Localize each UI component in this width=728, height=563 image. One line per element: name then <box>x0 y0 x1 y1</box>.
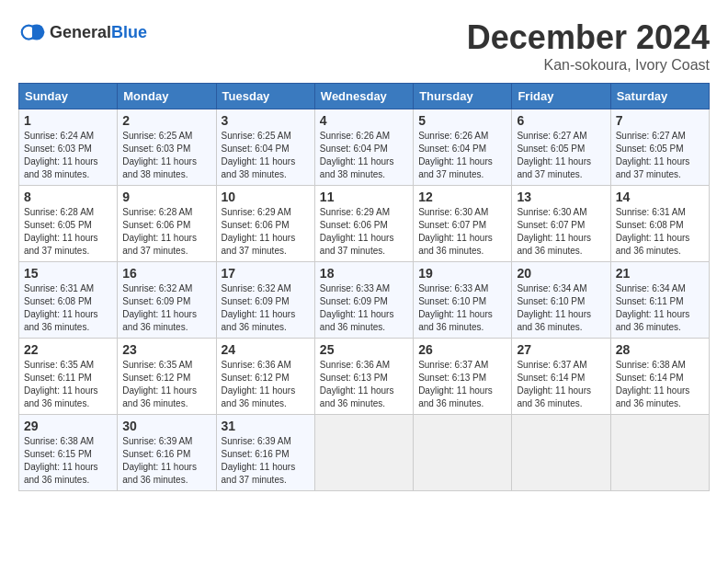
day-number: 15 <box>24 266 112 281</box>
day-info: Sunrise: 6:39 AMSunset: 6:16 PMDaylight:… <box>122 435 210 487</box>
day-header-saturday: Saturday <box>610 84 709 109</box>
calendar-cell: 21Sunrise: 6:34 AMSunset: 6:11 PMDayligh… <box>610 262 709 339</box>
logo-text-area: GeneralBlue <box>50 23 147 42</box>
day-number: 4 <box>320 113 408 128</box>
day-header-tuesday: Tuesday <box>216 84 314 109</box>
day-number: 11 <box>320 190 408 204</box>
calendar-cell: 24Sunrise: 6:36 AMSunset: 6:12 PMDayligh… <box>216 339 314 415</box>
day-info: Sunrise: 6:31 AMSunset: 6:08 PMDaylight:… <box>24 282 112 334</box>
day-info: Sunrise: 6:31 AMSunset: 6:08 PMDaylight:… <box>616 206 704 258</box>
calendar-cell: 18Sunrise: 6:33 AMSunset: 6:09 PMDayligh… <box>314 262 413 339</box>
day-info: Sunrise: 6:29 AMSunset: 6:06 PMDaylight:… <box>320 206 408 258</box>
day-header-sunday: Sunday <box>19 84 118 109</box>
day-number: 24 <box>222 342 310 357</box>
day-info: Sunrise: 6:26 AMSunset: 6:04 PMDaylight:… <box>320 130 408 181</box>
day-number: 28 <box>616 342 704 357</box>
day-info: Sunrise: 6:28 AMSunset: 6:06 PMDaylight:… <box>122 206 210 258</box>
day-info: Sunrise: 6:28 AMSunset: 6:05 PMDaylight:… <box>24 206 112 258</box>
logo-blue: Blue <box>111 23 147 41</box>
calendar-cell: 13Sunrise: 6:30 AMSunset: 6:07 PMDayligh… <box>512 186 610 262</box>
logo-icon <box>18 18 46 46</box>
day-number: 14 <box>616 190 704 204</box>
day-number: 3 <box>222 113 310 128</box>
calendar-cell: 2Sunrise: 6:25 AMSunset: 6:03 PMDaylight… <box>118 109 216 186</box>
day-info: Sunrise: 6:36 AMSunset: 6:12 PMDaylight:… <box>222 359 310 410</box>
day-number: 17 <box>222 266 310 281</box>
location-title: Kan-sokoura, Ivory Coast <box>467 57 710 74</box>
day-info: Sunrise: 6:34 AMSunset: 6:10 PMDaylight:… <box>517 282 605 334</box>
day-info: Sunrise: 6:39 AMSunset: 6:16 PMDaylight:… <box>222 435 310 487</box>
calendar-cell: 15Sunrise: 6:31 AMSunset: 6:08 PMDayligh… <box>19 262 118 339</box>
day-number: 2 <box>122 113 210 128</box>
calendar-cell: 19Sunrise: 6:33 AMSunset: 6:10 PMDayligh… <box>414 262 512 339</box>
calendar-cell: 9Sunrise: 6:28 AMSunset: 6:06 PMDaylight… <box>118 186 216 262</box>
calendar-cell: 5Sunrise: 6:26 AMSunset: 6:04 PMDaylight… <box>414 109 512 186</box>
day-info: Sunrise: 6:38 AMSunset: 6:15 PMDaylight:… <box>24 435 112 487</box>
day-number: 29 <box>24 419 112 433</box>
day-number: 13 <box>517 190 605 204</box>
calendar-cell: 8Sunrise: 6:28 AMSunset: 6:05 PMDaylight… <box>19 186 118 262</box>
day-header-friday: Friday <box>512 84 610 109</box>
day-number: 10 <box>222 190 310 204</box>
day-header-monday: Monday <box>118 84 216 109</box>
logo: GeneralBlue <box>18 18 147 46</box>
calendar-cell: 17Sunrise: 6:32 AMSunset: 6:09 PMDayligh… <box>216 262 314 339</box>
day-info: Sunrise: 6:37 AMSunset: 6:14 PMDaylight:… <box>517 359 605 410</box>
day-info: Sunrise: 6:33 AMSunset: 6:10 PMDaylight:… <box>418 282 506 334</box>
logo-general: General <box>50 23 111 41</box>
calendar-week-row: 8Sunrise: 6:28 AMSunset: 6:05 PMDaylight… <box>19 186 710 262</box>
calendar-cell: 10Sunrise: 6:29 AMSunset: 6:06 PMDayligh… <box>216 186 314 262</box>
calendar-week-row: 29Sunrise: 6:38 AMSunset: 6:15 PMDayligh… <box>19 415 710 491</box>
day-info: Sunrise: 6:30 AMSunset: 6:07 PMDaylight:… <box>517 206 605 258</box>
calendar-cell: 20Sunrise: 6:34 AMSunset: 6:10 PMDayligh… <box>512 262 610 339</box>
day-number: 9 <box>122 190 210 204</box>
calendar-cell: 16Sunrise: 6:32 AMSunset: 6:09 PMDayligh… <box>118 262 216 339</box>
calendar-cell <box>414 415 512 491</box>
day-info: Sunrise: 6:27 AMSunset: 6:05 PMDaylight:… <box>517 130 605 181</box>
day-info: Sunrise: 6:29 AMSunset: 6:06 PMDaylight:… <box>222 206 310 258</box>
calendar-cell: 27Sunrise: 6:37 AMSunset: 6:14 PMDayligh… <box>512 339 610 415</box>
title-area: December 2024 Kan-sokoura, Ivory Coast <box>467 18 710 74</box>
calendar-cell: 14Sunrise: 6:31 AMSunset: 6:08 PMDayligh… <box>610 186 709 262</box>
day-number: 30 <box>122 419 210 433</box>
page-header: GeneralBlue December 2024 Kan-sokoura, I… <box>18 18 710 74</box>
day-info: Sunrise: 6:27 AMSunset: 6:05 PMDaylight:… <box>616 130 704 181</box>
day-number: 20 <box>517 266 605 281</box>
day-number: 5 <box>418 113 506 128</box>
calendar-cell: 3Sunrise: 6:25 AMSunset: 6:04 PMDaylight… <box>216 109 314 186</box>
day-number: 25 <box>320 342 408 357</box>
day-number: 16 <box>122 266 210 281</box>
day-number: 27 <box>517 342 605 357</box>
day-info: Sunrise: 6:26 AMSunset: 6:04 PMDaylight:… <box>418 130 506 181</box>
day-info: Sunrise: 6:35 AMSunset: 6:11 PMDaylight:… <box>24 359 112 410</box>
calendar-cell: 4Sunrise: 6:26 AMSunset: 6:04 PMDaylight… <box>314 109 413 186</box>
calendar-cell: 11Sunrise: 6:29 AMSunset: 6:06 PMDayligh… <box>314 186 413 262</box>
calendar-table: SundayMondayTuesdayWednesdayThursdayFrid… <box>18 83 710 491</box>
calendar-week-row: 1Sunrise: 6:24 AMSunset: 6:03 PMDaylight… <box>19 109 710 186</box>
day-info: Sunrise: 6:25 AMSunset: 6:04 PMDaylight:… <box>222 130 310 181</box>
calendar-cell <box>314 415 413 491</box>
month-title: December 2024 <box>467 18 710 57</box>
day-header-thursday: Thursday <box>414 84 512 109</box>
day-header-wednesday: Wednesday <box>314 84 413 109</box>
calendar-cell: 23Sunrise: 6:35 AMSunset: 6:12 PMDayligh… <box>118 339 216 415</box>
day-number: 1 <box>24 113 112 128</box>
calendar-cell <box>512 415 610 491</box>
calendar-cell: 26Sunrise: 6:37 AMSunset: 6:13 PMDayligh… <box>414 339 512 415</box>
day-number: 22 <box>24 342 112 357</box>
day-info: Sunrise: 6:33 AMSunset: 6:09 PMDaylight:… <box>320 282 408 334</box>
calendar-header-row: SundayMondayTuesdayWednesdayThursdayFrid… <box>19 84 710 109</box>
day-number: 31 <box>222 419 310 433</box>
day-number: 19 <box>418 266 506 281</box>
day-info: Sunrise: 6:32 AMSunset: 6:09 PMDaylight:… <box>122 282 210 334</box>
day-info: Sunrise: 6:32 AMSunset: 6:09 PMDaylight:… <box>222 282 310 334</box>
calendar-cell: 12Sunrise: 6:30 AMSunset: 6:07 PMDayligh… <box>414 186 512 262</box>
day-number: 6 <box>517 113 605 128</box>
day-number: 7 <box>616 113 704 128</box>
day-number: 18 <box>320 266 408 281</box>
calendar-cell: 25Sunrise: 6:36 AMSunset: 6:13 PMDayligh… <box>314 339 413 415</box>
day-info: Sunrise: 6:35 AMSunset: 6:12 PMDaylight:… <box>122 359 210 410</box>
calendar-cell: 1Sunrise: 6:24 AMSunset: 6:03 PMDaylight… <box>19 109 118 186</box>
calendar-week-row: 15Sunrise: 6:31 AMSunset: 6:08 PMDayligh… <box>19 262 710 339</box>
calendar-cell: 31Sunrise: 6:39 AMSunset: 6:16 PMDayligh… <box>216 415 314 491</box>
